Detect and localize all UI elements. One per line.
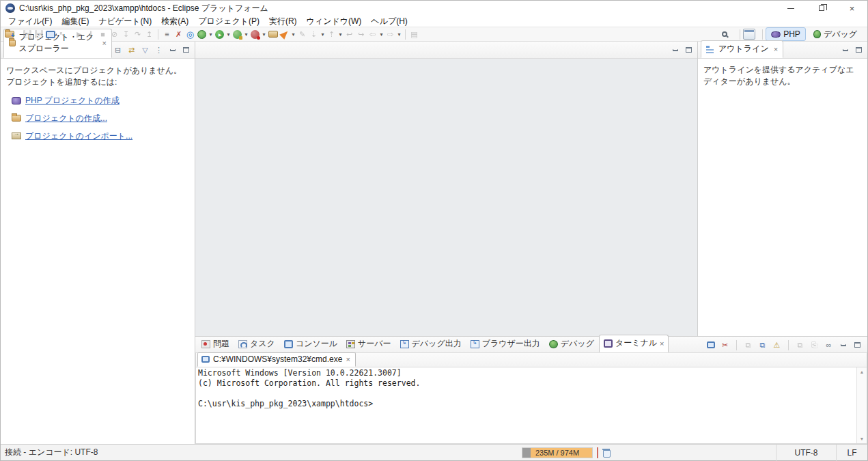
menu-navigate[interactable]: ナビゲート(N) (94, 15, 156, 28)
coverage-icon[interactable] (232, 28, 243, 40)
tab-debug-output[interactable]: デバッグ出力 (396, 336, 466, 352)
last-edit-location-icon[interactable]: ↩ (344, 28, 355, 40)
step-return-icon[interactable]: ↥ (143, 28, 155, 40)
minimize-editor-icon[interactable] (669, 44, 681, 55)
back-history-dropdown[interactable] (378, 28, 384, 40)
create-php-project-link[interactable]: PHP プロジェクトの作成 (25, 95, 120, 107)
run-dropdown[interactable] (225, 28, 232, 40)
menu-edit[interactable]: 編集(E) (57, 15, 94, 28)
paste-icon[interactable]: ⎘ (809, 339, 820, 350)
disconnect-icon[interactable]: ⊘ (109, 28, 120, 40)
terminal-scrollbar[interactable]: ▲ ▼ (856, 367, 867, 443)
open-terminal-icon[interactable] (44, 28, 56, 40)
perspective-debug[interactable]: デバッグ (809, 27, 862, 42)
debug-dropdown[interactable] (208, 28, 214, 40)
next-annotation-dropdown[interactable] (320, 28, 326, 40)
tab-problems[interactable]: 問題 (197, 336, 234, 352)
launch-icon[interactable] (279, 28, 290, 40)
open-browser-icon[interactable] (267, 28, 279, 40)
profile-icon[interactable] (249, 28, 261, 40)
run-icon[interactable] (214, 28, 225, 40)
eclipse-logo-icon (5, 3, 15, 13)
forward-edit-location-icon[interactable]: ↪ (355, 28, 367, 40)
forward-history-dropdown[interactable] (396, 28, 402, 40)
save-all-icon[interactable] (33, 28, 44, 40)
tab-console[interactable]: コンソール (280, 336, 341, 352)
create-project-link[interactable]: プロジェクトの作成... (25, 113, 107, 124)
restore-button[interactable] (806, 1, 837, 16)
menu-window[interactable]: ウィンドウ(W) (302, 15, 367, 28)
open-new-terminal-icon[interactable] (705, 339, 716, 350)
coverage-dropdown[interactable] (243, 28, 249, 40)
search-icon (722, 31, 727, 37)
next-annotation-icon[interactable]: ⇣ (308, 28, 320, 40)
close-button[interactable]: × (837, 1, 867, 16)
tab-cmd-exe[interactable]: C:¥WINDOWS¥system32¥cmd.exe × (197, 352, 356, 367)
maximize-view-icon[interactable] (853, 44, 865, 55)
maximize-editor-icon[interactable] (683, 44, 695, 55)
link-with-editor-icon[interactable]: ⇄ (126, 44, 137, 55)
filter-icon[interactable]: ▽ (139, 44, 151, 55)
edit-pencil-icon[interactable]: ✎ (296, 28, 308, 40)
search-button[interactable] (718, 28, 731, 40)
copy-icon[interactable]: ⧉ (794, 339, 806, 350)
minimize-view-icon[interactable] (167, 44, 178, 55)
scroll-up-icon[interactable]: ▲ (860, 367, 865, 376)
menu-run[interactable]: 実行(R) (264, 15, 302, 28)
profile-dropdown[interactable] (261, 28, 267, 40)
close-tab-icon[interactable]: × (346, 355, 350, 363)
menu-search[interactable]: 検索(A) (156, 15, 193, 28)
back-history-icon[interactable]: ⇦ (367, 28, 378, 40)
tab-debug[interactable]: デバッグ (545, 336, 598, 352)
tab-terminal[interactable]: ターミナル× (599, 335, 669, 352)
suspend-icon[interactable]: ∥ (85, 28, 97, 40)
save-icon[interactable] (21, 28, 33, 40)
remove-terminated-icon[interactable]: ✗ (173, 28, 184, 40)
previous-annotation-dropdown[interactable] (337, 28, 344, 40)
terminate-icon[interactable]: ■ (97, 28, 109, 40)
tab-tasks[interactable]: タスク (234, 336, 279, 352)
debug-icon[interactable] (196, 28, 208, 40)
use-step-filters-icon[interactable]: ≡ (161, 28, 173, 40)
select-pointer-icon[interactable]: ↖ (56, 28, 68, 40)
disconnect-terminal-icon[interactable]: ✂ (719, 339, 731, 350)
resume-icon[interactable]: ▶ (74, 28, 85, 40)
editor-header (195, 42, 697, 59)
php-perspective-label: PHP (783, 29, 800, 39)
run-php-web-page-icon[interactable]: ◎ (184, 28, 196, 40)
terminal-output[interactable]: Microsoft Windows [Version 10.0.22621.30… (196, 367, 856, 443)
tab-servers[interactable]: サーバー (342, 336, 395, 352)
minimize-view-icon[interactable] (839, 44, 851, 55)
view-menu-icon[interactable]: ⋮ (153, 44, 165, 55)
step-over-icon[interactable]: ↷ (132, 28, 143, 40)
forward-history-icon[interactable]: ⇨ (384, 28, 396, 40)
step-into-icon[interactable]: ↧ (120, 28, 132, 40)
perspective-php[interactable]: PHP (766, 27, 806, 41)
minimize-button[interactable] (775, 1, 806, 16)
previous-annotation-icon[interactable]: ⇡ (326, 28, 337, 40)
scroll-lock-icon[interactable]: ⚠ (771, 339, 783, 350)
maximize-view-icon[interactable] (852, 339, 863, 350)
scroll-down-icon[interactable]: ▼ (860, 434, 865, 443)
menu-project[interactable]: プロジェクト(P) (193, 15, 264, 28)
add-project-message: プロジェクトを追加するには: (6, 76, 189, 88)
toggle-command-field-icon[interactable]: ⧉ (757, 339, 768, 350)
tab-outline[interactable]: アウトライン × (701, 40, 783, 58)
import-project-link[interactable]: プロジェクトのインポート... (25, 130, 132, 142)
new-view-icon[interactable]: ⧉ (742, 339, 754, 350)
link-terminal-icon[interactable]: ∞ (823, 339, 835, 350)
close-tab-icon[interactable]: × (774, 45, 778, 53)
collapse-all-icon[interactable]: ⊟ (112, 44, 124, 55)
maximize-view-icon[interactable] (180, 44, 192, 55)
garbage-collect-icon[interactable] (603, 449, 611, 457)
open-perspective-icon[interactable] (743, 29, 755, 40)
menu-help[interactable]: ヘルプ(H) (366, 15, 412, 28)
close-tab-icon[interactable]: × (660, 339, 664, 348)
menu-file[interactable]: ファイル(F) (3, 15, 57, 28)
launch-dropdown[interactable] (290, 28, 296, 40)
tab-browser-output[interactable]: ブラウザー出力 (466, 336, 544, 352)
pin-editor-icon[interactable]: ▤ (408, 28, 420, 40)
bottom-tabs: 問題 タスク コンソール サーバー デバッグ出力 ブラウザー出力 デバッグ ター… (195, 337, 867, 353)
list-item: プロジェクトの作成... (12, 113, 189, 124)
minimize-view-icon[interactable] (837, 339, 849, 350)
